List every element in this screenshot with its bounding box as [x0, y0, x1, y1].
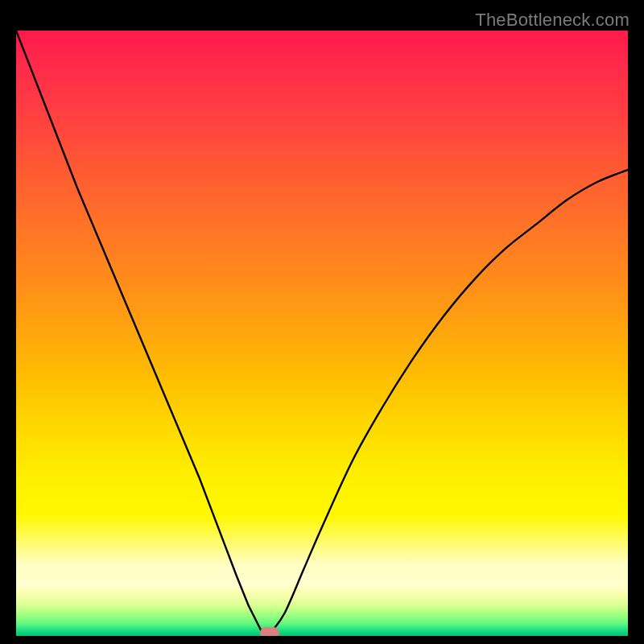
chart-frame: TheBottleneck.com [0, 0, 644, 644]
plot-area [16, 31, 628, 636]
watermark-text: TheBottleneck.com [475, 10, 630, 31]
minimum-marker [260, 627, 279, 636]
gradient-background [16, 31, 628, 636]
